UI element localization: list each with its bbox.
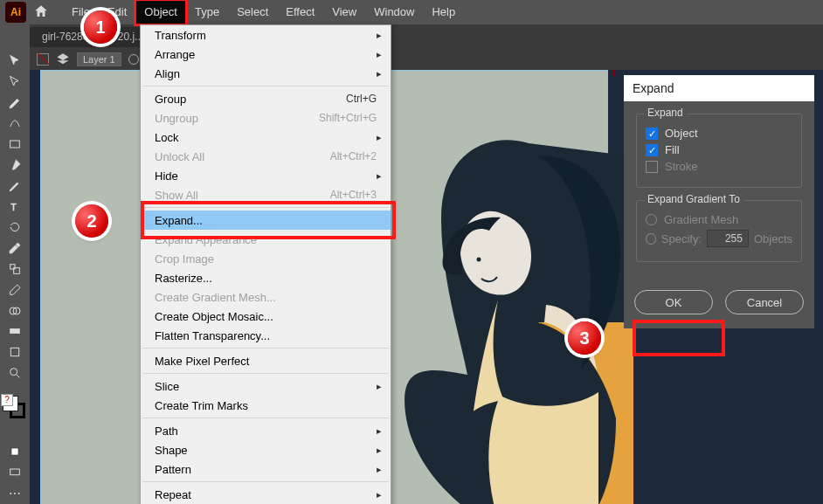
- svg-rect-2: [10, 265, 15, 269]
- menu-expand[interactable]: Expand...: [141, 211, 391, 230]
- callout-2: 2: [75, 204, 108, 238]
- radio-gradient-mesh: Gradient Mesh: [646, 213, 792, 226]
- menu-slice[interactable]: Slice: [141, 376, 391, 396]
- shape-builder-tool[interactable]: [3, 301, 27, 321]
- menu-bar: Ai File Edit Object Type Select Effect V…: [0, 0, 823, 24]
- radio-specify: Specify: 255 Objects: [646, 230, 792, 247]
- svg-point-8: [10, 369, 17, 376]
- rectangle-tool[interactable]: [3, 135, 27, 154]
- object-menu-dropdown: Transform Arrange Align GroupCtrl+G Ungr…: [140, 24, 391, 504]
- menu-type[interactable]: Type: [186, 0, 228, 24]
- callout-3: 3: [568, 321, 601, 355]
- expand-gradient-legend: Expand Gradient To: [644, 193, 743, 205]
- dialog-title: Expand: [624, 75, 814, 101]
- ok-button[interactable]: OK: [634, 290, 713, 314]
- menu-unlock-all: Unlock AllAlt+Ctrl+2: [141, 147, 391, 166]
- separator: [142, 481, 389, 482]
- app-logo: Ai: [5, 2, 26, 23]
- direct-selection-tool[interactable]: [3, 72, 27, 92]
- artboard-tool[interactable]: [3, 342, 27, 362]
- fill-stroke-swatches[interactable]: ?: [3, 396, 27, 432]
- svg-rect-9: [11, 448, 18, 455]
- menu-show-all: Show AllAlt+Ctrl+3: [141, 185, 391, 204]
- menu-path[interactable]: Path: [141, 421, 391, 440]
- separator: [142, 86, 389, 86]
- checkbox-fill[interactable]: ✓Fill: [646, 143, 792, 156]
- menu-rasterize[interactable]: Rasterize...: [141, 268, 391, 287]
- cancel-button[interactable]: Cancel: [725, 290, 804, 314]
- separator: [142, 373, 389, 374]
- menu-ungroup: UngroupShift+Ctrl+G: [141, 108, 391, 128]
- menu-object[interactable]: Object: [135, 0, 186, 24]
- menu-make-pixel-perfect[interactable]: Make Pixel Perfect: [141, 351, 391, 370]
- menu-arrange[interactable]: Arrange: [141, 45, 391, 64]
- pencil-tool[interactable]: [3, 176, 27, 196]
- svg-rect-7: [10, 349, 18, 356]
- menu-shape[interactable]: Shape: [141, 440, 391, 459]
- expand-dialog: Expand Expand ✓Object ✓Fill ✓Stroke Expa…: [624, 75, 814, 328]
- menu-effect[interactable]: Effect: [277, 0, 323, 24]
- svg-point-11: [477, 258, 481, 262]
- menu-flatten-transparency[interactable]: Flatten Transparency...: [141, 326, 391, 345]
- toolbox: T ? ⋯: [0, 24, 30, 504]
- checkbox-object[interactable]: ✓Object: [646, 127, 792, 140]
- paintbrush-tool[interactable]: [3, 155, 27, 175]
- separator: [142, 348, 389, 349]
- callout-1: 1: [84, 10, 117, 44]
- menu-view[interactable]: View: [323, 0, 365, 24]
- expand-group: Expand ✓Object ✓Fill ✓Stroke: [636, 114, 802, 188]
- layer-name[interactable]: Layer 1: [77, 52, 121, 66]
- eraser-tool[interactable]: [3, 280, 27, 300]
- edit-toolbar[interactable]: ⋯: [3, 484, 27, 503]
- menu-group[interactable]: GroupCtrl+G: [141, 89, 391, 108]
- svg-rect-6: [10, 329, 20, 334]
- eyedropper-tool[interactable]: [3, 238, 27, 258]
- menu-select[interactable]: Select: [228, 0, 277, 24]
- separator: [142, 418, 389, 418]
- no-selection-icon: [37, 53, 49, 66]
- menu-pattern[interactable]: Pattern: [141, 459, 391, 479]
- rotate-tool[interactable]: [3, 218, 27, 238]
- menu-repeat[interactable]: Repeat: [141, 485, 391, 504]
- expand-gradient-group: Expand Gradient To Gradient Mesh Specify…: [636, 200, 802, 262]
- unknown-fill-icon: ?: [1, 394, 13, 406]
- zoom-tool[interactable]: [3, 363, 27, 383]
- menu-expand-appearance: Expand Appearance: [141, 230, 391, 249]
- svg-rect-0: [10, 141, 20, 148]
- curvature-tool[interactable]: [3, 114, 27, 133]
- separator: [142, 207, 389, 208]
- layer-target-icon[interactable]: [128, 54, 139, 65]
- menu-crop-image: Crop Image: [141, 249, 391, 268]
- selection-tool[interactable]: [3, 52, 27, 71]
- svg-text:T: T: [10, 202, 17, 212]
- screen-mode[interactable]: [3, 463, 27, 482]
- menu-create-gradient-mesh: Create Gradient Mesh...: [141, 287, 391, 307]
- menu-transform[interactable]: Transform: [141, 25, 391, 45]
- menu-hide[interactable]: Hide: [141, 166, 391, 185]
- menu-create-trim-marks[interactable]: Create Trim Marks: [141, 396, 391, 415]
- scale-tool[interactable]: [3, 259, 27, 279]
- annotation-box-ok: [633, 320, 725, 356]
- svg-rect-10: [10, 469, 20, 475]
- type-tool[interactable]: T: [3, 197, 27, 217]
- home-icon[interactable]: [33, 3, 51, 21]
- expand-group-legend: Expand: [644, 107, 687, 119]
- menu-window[interactable]: Window: [365, 0, 423, 24]
- draw-mode-normal[interactable]: [3, 443, 27, 462]
- pen-tool[interactable]: [3, 93, 27, 113]
- gradient-tool[interactable]: [3, 322, 27, 342]
- checkbox-stroke: ✓Stroke: [646, 160, 792, 173]
- specify-input: 255: [707, 230, 749, 247]
- menu-create-object-mosaic[interactable]: Create Object Mosaic...: [141, 307, 391, 326]
- menu-align[interactable]: Align: [141, 64, 391, 83]
- layers-icon[interactable]: [56, 52, 70, 66]
- menu-help[interactable]: Help: [423, 0, 464, 24]
- menu-lock[interactable]: Lock: [141, 128, 391, 147]
